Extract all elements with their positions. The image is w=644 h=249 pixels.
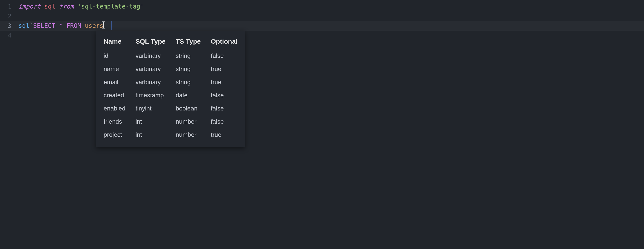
- cell-sql-type: int: [136, 128, 176, 141]
- cell-ts-type: string: [176, 49, 211, 63]
- token-string-module: 'sql-template-tag': [78, 3, 144, 10]
- gutter-line-2: 2: [0, 12, 15, 21]
- code-line-2[interactable]: [18, 12, 644, 21]
- col-header-optional: Optional: [211, 35, 238, 49]
- col-header-name: Name: [104, 35, 136, 49]
- gutter-line-1: 1: [0, 2, 15, 12]
- gutter-line-4: 4: [0, 31, 15, 40]
- col-header-ts-type: TS Type: [176, 35, 211, 49]
- cell-ts-type: boolean: [176, 102, 211, 115]
- schema-table: Name SQL Type TS Type Optional id varbin…: [104, 35, 238, 141]
- code-line-1[interactable]: import sql from 'sql-template-tag': [18, 2, 644, 12]
- cell-ts-type: number: [176, 115, 211, 128]
- cell-optional: true: [211, 76, 238, 89]
- cell-name: name: [104, 63, 136, 76]
- table-row: name varbinary string true: [104, 63, 238, 76]
- cell-name: id: [104, 49, 136, 63]
- token-keyword-import: import: [18, 3, 40, 10]
- token-ident-sql: sql: [44, 3, 56, 10]
- cell-optional: true: [211, 63, 238, 76]
- token-sql-table: users: [85, 22, 103, 29]
- cell-optional: false: [211, 115, 238, 128]
- token-sql-star: *: [59, 22, 63, 29]
- cell-name: friends: [104, 115, 136, 128]
- cell-ts-type: string: [176, 76, 211, 89]
- col-header-sql-type: SQL Type: [136, 35, 176, 49]
- cell-sql-type: varbinary: [136, 76, 176, 89]
- cell-name: project: [104, 128, 136, 141]
- token-sql-from: FROM: [66, 22, 81, 29]
- cell-optional: false: [211, 102, 238, 115]
- code-editor[interactable]: 1 2 3 4 import sql from 'sql-template-ta…: [0, 0, 644, 249]
- cell-sql-type: int: [136, 115, 176, 128]
- token-backtick-open: `: [30, 22, 33, 29]
- text-cursor: [111, 21, 112, 30]
- cell-optional: false: [211, 89, 238, 102]
- table-row: enabled tinyint boolean false: [104, 102, 238, 115]
- code-line-3[interactable]: sql`SELECT * FROM users`: [0, 21, 644, 31]
- cell-name: email: [104, 76, 136, 89]
- cell-optional: true: [211, 128, 238, 141]
- cell-sql-type: varbinary: [136, 49, 176, 63]
- token-call-sql: sql: [18, 22, 30, 29]
- cell-ts-type: date: [176, 89, 211, 102]
- table-row: friends int number false: [104, 115, 238, 128]
- token-sql-select: SELECT: [33, 22, 55, 29]
- cell-name: created: [104, 89, 136, 102]
- token-keyword-from: from: [59, 3, 74, 10]
- table-row: project int number true: [104, 128, 238, 141]
- table-row: created timestamp date false: [104, 89, 238, 102]
- line-gutter: 1 2 3 4: [0, 0, 15, 40]
- schema-header-row: Name SQL Type TS Type Optional: [104, 35, 238, 49]
- cell-ts-type: number: [176, 128, 211, 141]
- cell-sql-type: varbinary: [136, 63, 176, 76]
- cell-name: enabled: [104, 102, 136, 115]
- table-row: id varbinary string false: [104, 49, 238, 63]
- hover-tooltip: Name SQL Type TS Type Optional id varbin…: [96, 31, 245, 147]
- schema-table-body: id varbinary string false name varbinary…: [104, 49, 238, 141]
- cell-ts-type: string: [176, 63, 211, 76]
- token-backtick-close: `: [104, 22, 107, 29]
- cell-sql-type: timestamp: [136, 89, 176, 102]
- cell-sql-type: tinyint: [136, 102, 176, 115]
- cell-optional: false: [211, 49, 238, 63]
- table-row: email varbinary string true: [104, 76, 238, 89]
